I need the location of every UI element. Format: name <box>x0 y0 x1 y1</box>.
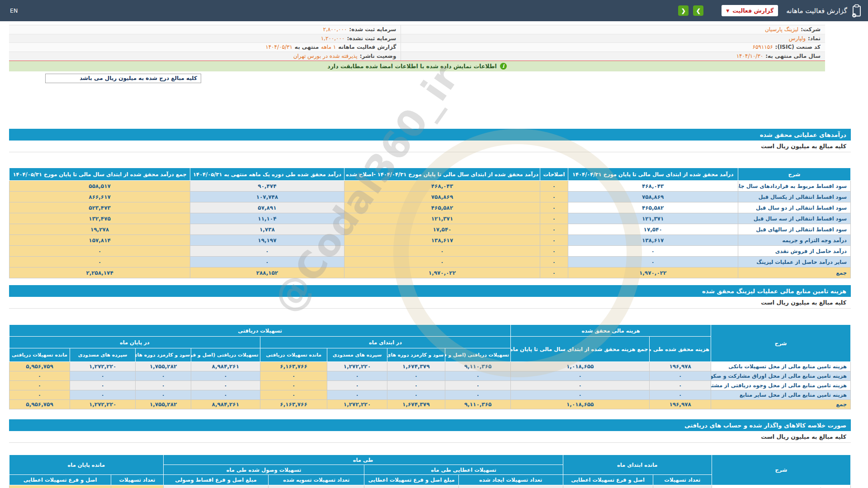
isic-label: کد صنعت (ISIC): <box>775 44 821 50</box>
table-cell: ۱,۷۵۵,۲۸۲ <box>136 400 191 409</box>
table-cell: ۰ <box>650 381 711 390</box>
group-header: مانده ابتدای ماه <box>563 455 712 475</box>
table-cell: ۰ <box>540 235 568 246</box>
table-cell: ۱,۰۱۸,۶۵۵ <box>511 362 650 371</box>
column-header: جمع درآمد محقق شده از ابتدای سال مالی تا… <box>9 168 190 181</box>
section-unit-note: کلیه مبالغ به میلیون ریال است <box>9 431 851 443</box>
table-cell: ۱,۹۷۰,۰۲۲ <box>568 267 738 278</box>
total-row: جمع۱۹۶,۹۷۸۱,۰۱۸,۶۵۵۹,۱۱۰,۳۶۵۱,۶۷۴,۳۷۹۱,۲… <box>9 400 851 409</box>
table-cell: ۲,۲۵۸,۱۷۴ <box>9 267 190 278</box>
table-cell: ۱,۶۷۴,۳۷۹ <box>387 400 445 409</box>
report-period-length: ۱ ماهه <box>321 44 336 50</box>
row-label: سود اقساط انتقالی از دو سال قبل <box>738 202 850 213</box>
table-cell: ۴۶۸,۰۴۳ <box>568 181 738 192</box>
column-header: تعداد تسهیلات تسویه شده <box>269 475 364 485</box>
table-cell: ۴۶۸,۰۴۳ <box>344 181 540 192</box>
table-cell: ۰ <box>9 371 70 381</box>
info-row: شرکت: لیزینگ پارسیان سرمایه ثبت شده: ۲,۸… <box>9 25 825 34</box>
row-label: جمع <box>738 267 850 278</box>
column-header: درآمد محقق شده طی دوره یک ماهه منتهی به … <box>190 168 344 181</box>
table-cell: ۸,۹۸۴,۲۶۱ <box>191 400 260 409</box>
table-row: سایر درآمد حاصل از عملیات لیزینگ۰۰۰۰۰ <box>9 257 851 267</box>
row-label: سود اقساط انتقالی از یکسال قبل <box>738 192 850 202</box>
table-cell: ۸۶۶,۶۱۷ <box>9 192 190 202</box>
report-type-dropdown[interactable]: گزارش فعالیت ▼ <box>722 5 778 16</box>
isic-value: ۶۵۹۱۱۵۶ <box>752 44 773 50</box>
table-cell: ۵۵۸,۵۱۷ <box>9 181 190 192</box>
table-cell: ۰ <box>344 246 540 257</box>
table-cell: ۶,۱۶۳,۷۶۶ <box>260 400 327 409</box>
table-cell: ۰ <box>568 246 738 257</box>
table-cell: ۰ <box>190 257 344 267</box>
column-header: تعداد تسهیلات <box>653 475 712 485</box>
table-cell: ۱۲۱,۳۷۱ <box>568 213 738 224</box>
table-cell: ۰ <box>511 371 650 381</box>
info-row: نماد: ولپارس سرمایه ثبت نشده: ۱,۲۰۰,۰۰۰ <box>9 34 825 43</box>
table-cell: ۰ <box>136 381 191 390</box>
table-cell: ۰ <box>540 257 568 267</box>
table-cell: ۰ <box>136 371 191 381</box>
company-label: شرکت: <box>801 26 821 33</box>
issuer-status-label: وضعیت ناشر: <box>360 53 396 59</box>
fiscal-year-value: ۱۴۰۴/۱۰/۳۰ <box>736 53 764 59</box>
clipboard-icon <box>852 4 862 18</box>
table-cell: ۱,۷۵۵,۲۸۲ <box>136 362 191 371</box>
column-header: مانده تسهیلات دریافتی <box>9 348 70 362</box>
column-header: اصل و فرع تسهیلات اعطایی <box>9 475 111 485</box>
section-unit-note: کلیه مبالغ به میلیون ریال است <box>9 141 851 152</box>
table-cell: ۲۸۸,۱۵۲ <box>190 267 344 278</box>
section-finance-cost: هزینه تامین منابع مالی عملیات لیزینگ محق… <box>9 285 851 409</box>
row-label: سود اقساط مربوط به قراردادهای سال جاری <box>738 181 850 192</box>
language-toggle[interactable]: EN <box>6 7 18 14</box>
column-header: اصل و فرع تسهیلات اعطایی <box>563 475 653 485</box>
table-row: هزینه تامین منابع مالی از محل اوراق مشار… <box>9 371 851 381</box>
table-cell: ۰ <box>191 371 260 381</box>
table-cell: ۰ <box>540 213 568 224</box>
page-title: گزارش فعالیت ماهانه <box>786 7 847 15</box>
table-cell: ۰ <box>445 371 511 381</box>
table-cell: ۰ <box>70 381 136 390</box>
table-cell: ۱,۰۱۸,۶۵۵ <box>511 400 650 409</box>
column-header: مبلغ اصل و فرع اقساط وصولی <box>163 475 269 485</box>
table-cell: ۱,۹۷۰,۰۲۲ <box>344 267 540 278</box>
table-header-row: شرح مانده ابتدای ماه طی ماه مانده پایان … <box>9 455 851 465</box>
report-period-label: گزارش فعالیت ماهانه <box>338 44 396 50</box>
revenue-table: شرحدرآمد محقق شده از ابتدای سال مالی تا … <box>9 168 851 278</box>
table-cell <box>163 485 269 488</box>
symbol-value: ولپارس <box>789 35 806 42</box>
table-cell: ۰ <box>9 390 70 400</box>
row-label: سود اقساط انتقالی از سه سال قبل <box>738 213 850 224</box>
column-header: درآمد محقق شده از ابتدای سال مالی تا پای… <box>568 168 738 181</box>
table-cell: ۱۳۸,۶۱۷ <box>568 235 738 246</box>
table-row: هزینه تامین منابع مالی از محل وجوه دریاف… <box>9 381 851 390</box>
table-cell: ۶,۱۶۳,۷۶۶ <box>260 362 327 371</box>
table-row: هزینه تامین منابع مالی از محل سایر منابع… <box>9 390 851 400</box>
table-cell <box>653 485 712 488</box>
row-label: درآمد وجه التزام و جریمه <box>738 235 850 246</box>
section-title: درآمدهای عملیاتی محقق شده <box>9 129 851 141</box>
table-cell: ۱,۲۷۲,۲۲۰ <box>70 400 136 409</box>
previous-report-button[interactable]: ❮ <box>678 5 689 16</box>
chevron-down-icon: ▼ <box>726 9 729 13</box>
group-header: مانده پایان ماه <box>9 455 164 475</box>
row-label: سود اقساط انتقالی از سالهای قبل <box>738 224 850 235</box>
report-period-ending-date: ۱۴۰۴/۰۵/۳۱ <box>265 44 292 50</box>
table-cell: ۸,۹۸۴,۲۶۱ <box>191 362 260 371</box>
table-cell: ۰ <box>260 381 327 390</box>
report-type-dropdown-label: گزارش فعالیت <box>732 7 774 14</box>
next-report-button[interactable]: ❯ <box>693 5 703 16</box>
column-header: تعداد تسهیلات ایجاد شده <box>458 475 563 485</box>
issuer-status-value: پذیرفته شده در بورس تهران <box>293 53 358 59</box>
table-cell <box>458 485 563 488</box>
table-cell: ۰ <box>9 246 190 257</box>
table-row: درآمد حاصل از فروش نقدی۰۰۰۰۰ <box>9 246 851 257</box>
info-row: کد صنعت (ISIC): ۶۵۹۱۱۵۶ گزارش فعالیت ماه… <box>9 43 825 52</box>
table-cell: ۴۶۵,۵۸۲ <box>344 202 540 213</box>
column-header: جمع هزینه محقق شده از ابتدای سال مالی تا… <box>511 337 650 362</box>
table-cell: ۱۷,۵۴۰ <box>568 224 738 235</box>
table-cell: ۰ <box>540 202 568 213</box>
table-cell: ۱۹۶,۹۷۸ <box>650 400 711 409</box>
goods-summary-table: شرح مانده ابتدای ماه طی ماه مانده پایان … <box>9 455 851 488</box>
table-cell <box>364 485 458 488</box>
table-cell: ۰ <box>70 371 136 381</box>
